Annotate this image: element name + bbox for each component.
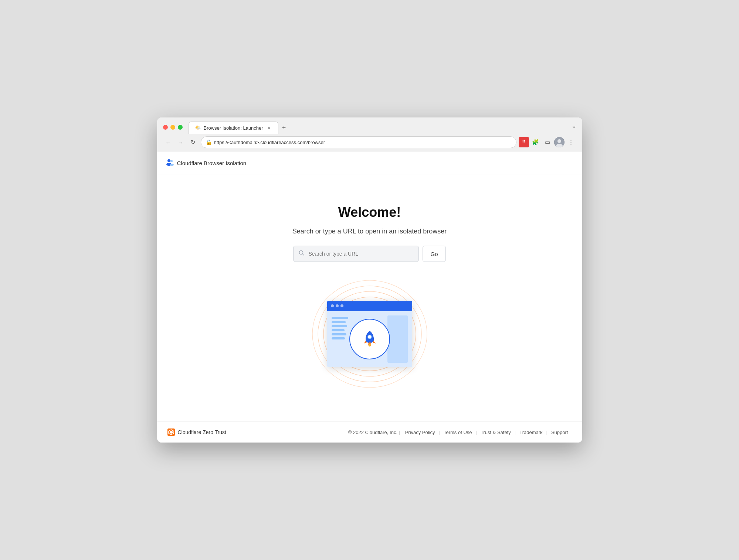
svg-point-4 (170, 160, 173, 162)
svg-point-3 (167, 159, 170, 162)
tab-close-button[interactable]: ✕ (266, 125, 272, 131)
mock-line (332, 337, 345, 339)
svg-point-17 (368, 335, 372, 339)
tab-favicon: 🌤️ (195, 125, 201, 131)
url-text: https://<authdomain>.cloudflareaccess.co… (214, 140, 512, 145)
page-footer: Cloudflare Zero Trust © 2022 Cloudflare,… (157, 421, 582, 443)
footer-brand: Cloudflare Zero Trust (167, 428, 227, 436)
search-box[interactable] (293, 246, 419, 262)
profile-avatar[interactable] (554, 137, 565, 147)
active-tab[interactable]: 🌤️ Browser Isolation: Launcher ✕ (189, 122, 278, 134)
avatar-svg (554, 137, 565, 147)
close-button[interactable] (163, 125, 168, 130)
traffic-lights (163, 125, 183, 130)
mock-dot-3 (340, 304, 343, 307)
illustration (307, 277, 433, 391)
brand-name: Cloudflare Browser Isolation (177, 160, 247, 166)
page-content: Cloudflare Browser Isolation Welcome! Se… (157, 152, 582, 443)
search-icon (299, 250, 305, 257)
svg-line-8 (303, 254, 304, 256)
go-button[interactable]: Go (423, 246, 445, 262)
svg-point-19 (369, 344, 370, 346)
footer-link-support[interactable]: Support (548, 430, 572, 435)
tab-title: Browser Isolation: Launcher (204, 125, 263, 131)
svg-point-6 (170, 164, 174, 166)
subtitle-text: Search or type a URL to open in an isola… (292, 228, 447, 235)
mock-line (332, 333, 346, 335)
more-menu-icon[interactable]: ⋮ (566, 137, 576, 147)
search-row: Go (293, 246, 445, 262)
welcome-heading: Welcome! (338, 205, 401, 220)
tabs-area: 🌤️ Browser Isolation: Launcher ✕ + (189, 121, 569, 133)
users-icon (166, 158, 174, 166)
mockup-right-block (387, 315, 408, 363)
mock-dot-2 (336, 304, 339, 307)
footer-divider: | (397, 430, 401, 435)
chrome-frame: 🌤️ Browser Isolation: Launcher ✕ + ⌄ ← →… (157, 117, 582, 152)
sidebar-toggle-icon[interactable]: ▭ (542, 137, 553, 147)
brand-bar: Cloudflare Browser Isolation (157, 152, 582, 174)
footer-link-privacy[interactable]: Privacy Policy (401, 430, 439, 435)
security-icon: 🔒 (206, 139, 212, 145)
mock-dot-1 (331, 304, 334, 307)
rocket-circle (349, 319, 390, 359)
extension-red-icon[interactable]: ⠿ (519, 137, 529, 147)
brand-icon (166, 158, 174, 168)
mockup-titlebar (327, 301, 412, 311)
mock-lines-left (332, 317, 348, 339)
cloudflare-zero-trust-icon (167, 428, 175, 436)
mock-line (332, 321, 346, 323)
ext-icon-label: ⠿ (522, 140, 525, 145)
footer-link-trust[interactable]: Trust & Safety (477, 430, 515, 435)
back-button[interactable]: ← (163, 137, 173, 147)
mockup-body (327, 311, 412, 367)
puzzle-icon[interactable]: 🧩 (530, 137, 541, 147)
search-input[interactable] (308, 251, 413, 257)
window-chevron[interactable]: ⌄ (572, 122, 576, 132)
new-tab-button[interactable]: + (278, 122, 290, 133)
main-area: Welcome! Search or type a URL to open in… (157, 174, 582, 421)
minimize-button[interactable] (170, 125, 175, 130)
mock-line (332, 325, 347, 327)
footer-brand-name: Cloudflare Zero Trust (178, 429, 227, 435)
footer-links: © 2022 Cloudflare, Inc. | Privacy Policy… (348, 430, 572, 435)
browser-window: 🌤️ Browser Isolation: Launcher ✕ + ⌄ ← →… (157, 117, 582, 443)
address-bar-row: ← → ↻ 🔒 https://<authdomain>.cloudflarea… (157, 133, 582, 152)
mock-line (332, 329, 345, 331)
reload-button[interactable]: ↻ (188, 137, 199, 147)
mock-line (332, 317, 348, 319)
forward-button[interactable]: → (176, 137, 186, 147)
toolbar-icons: ⠿ 🧩 ▭ ⋮ (519, 137, 576, 147)
footer-link-terms[interactable]: Terms of Use (440, 430, 476, 435)
svg-point-1 (557, 139, 561, 143)
maximize-button[interactable] (178, 125, 183, 130)
browser-mockup (327, 301, 412, 367)
title-bar: 🌤️ Browser Isolation: Launcher ✕ + ⌄ (157, 117, 582, 133)
rocket-svg (359, 328, 381, 350)
footer-link-trademark[interactable]: Trademark (516, 430, 546, 435)
footer-copyright: © 2022 Cloudflare, Inc. (348, 430, 397, 435)
address-bar[interactable]: 🔒 https://<authdomain>.cloudflareaccess.… (201, 136, 516, 148)
